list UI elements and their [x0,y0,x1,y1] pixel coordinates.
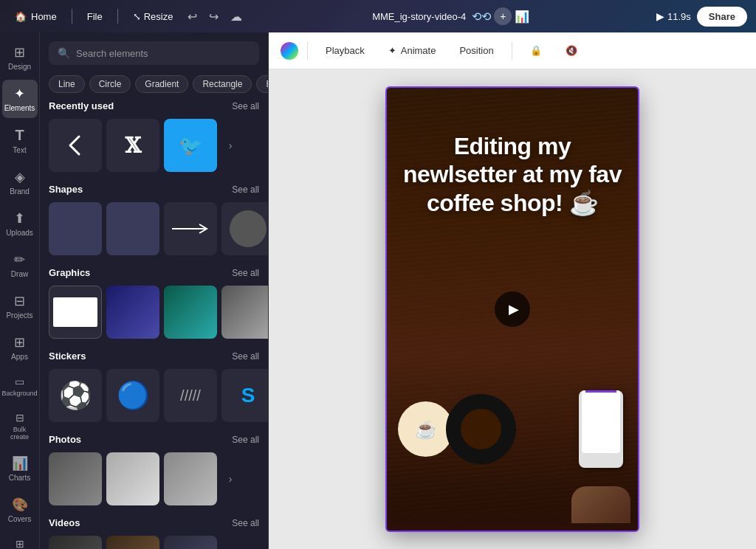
sidebar-label-covers: Covers [8,515,32,523]
sidebar-item-projects[interactable]: ⊟ Projects [2,287,38,325]
sticker-item-3[interactable]: ///// [164,369,217,422]
graphic-item-3[interactable] [164,286,217,339]
lock-icon: 🔒 [530,45,542,56]
photo-item-2[interactable] [106,452,159,505]
bulk-create-icon: ⊟ [16,412,24,424]
tag-bl[interactable]: Bl... [256,75,268,93]
tag-gradient[interactable]: Gradient [135,75,188,93]
elements-icon: ✦ [14,86,25,102]
sidebar-item-line-icons[interactable]: ⊞ Line Icons [2,532,38,549]
tag-rectangle[interactable]: Rectangle [193,75,252,93]
redo-button[interactable]: ↪ [206,7,221,27]
shapes-see-all[interactable]: See all [232,184,259,195]
animate-icon: ✦ [388,45,396,56]
stickers-see-all[interactable]: See all [232,351,259,362]
rounded-rect-shape [114,210,151,247]
videos-see-all[interactable]: See all [232,518,259,528]
graphic-item-2[interactable] [106,286,159,339]
graphic-item-1[interactable] [49,286,102,339]
stats-button[interactable]: 📊 [515,10,529,24]
sidebar-item-uploads[interactable]: ⬆ Uploads [2,204,38,243]
right-area: Playback ✦ Animate Position 🔒 🔇 [269,32,756,549]
sidebar-label-uploads: Uploads [6,229,33,237]
recently-used-scroll-right[interactable]: › [221,119,239,172]
photos-see-all[interactable]: See all [232,435,259,445]
play-overlay-button[interactable]: ▶ [495,291,530,327]
top-navigation: 🏠 Home File ⤡ Resize ↩ ↪ ☁ MME_ig-story-… [0,0,756,32]
recently-used-item-back[interactable] [49,119,102,172]
coffee-cup-item: ☕ [398,401,453,457]
video-item-3[interactable]: 15.s [164,536,217,549]
cloud-save-button[interactable]: ☁ [227,7,245,27]
resize-button[interactable]: ⤡ Resize [127,8,179,25]
lock-button[interactable]: 🔒 [521,41,551,61]
canvas-frame[interactable]: Editing my newlsetter at my fav coffee s… [387,88,638,531]
sidebar-item-design[interactable]: ⊞ Design [2,38,38,77]
recently-used-see-all[interactable]: See all [232,101,259,111]
photo-item-3[interactable] [164,452,217,505]
photo-item-1[interactable] [49,452,102,505]
sidebar-label-draw: Draw [11,270,28,278]
sticker-item-4[interactable]: S [221,369,269,422]
graphics-see-all[interactable]: See all [232,268,259,278]
graphic-white-bar [53,297,97,327]
animate-button[interactable]: ✦ Animate [379,41,445,61]
toolbar-divider-1 [307,42,308,60]
sticker-item-2[interactable]: 🔵 [106,369,159,422]
share-button[interactable]: Share [697,7,747,27]
soccer-ball-sticker: 🔵 [117,380,150,411]
playback-button[interactable]: Playback [317,41,374,61]
videos-row: 14.0s 12.0s 15.s › [49,536,259,549]
graphic-item-4[interactable] [221,286,269,339]
file-menu[interactable]: File [81,8,109,25]
home-button[interactable]: 🏠 Home [9,8,63,25]
video-item-2[interactable]: 12.0s [106,536,159,549]
sticker-item-1[interactable]: ⚽ [49,369,102,422]
shape-rect-item[interactable] [49,202,102,255]
mute-icon: 🔇 [566,45,577,56]
design-icon: ⊞ [14,44,25,61]
sidebar-item-elements[interactable]: ✦ Elements [2,80,38,118]
play-button[interactable]: ▶ [656,10,664,22]
sidebar-item-background[interactable]: ▭ Background [2,370,38,403]
sidebar-label-brand: Brand [10,187,30,196]
coffee-cup-area: ☕ [398,401,453,457]
shape-circle-item[interactable] [221,202,269,255]
covers-icon: 🎨 [12,497,28,513]
tag-circle[interactable]: Circle [89,75,131,93]
video-item-1[interactable]: 14.0s [49,536,102,549]
line-icons-icon: ⊞ [16,538,24,549]
recently-used-title: Recently used [49,100,114,111]
search-input[interactable] [76,48,250,59]
sidebar-item-text[interactable]: T Text [2,121,38,160]
brand-icon: ◈ [15,169,25,185]
shapes-title: Shapes [49,184,83,195]
shapes-section: Shapes See all › [40,184,268,267]
videos-scroll-right[interactable]: › [221,536,239,549]
sidebar-item-charts[interactable]: 📊 Charts [2,449,38,488]
color-swatch[interactable] [281,42,298,60]
sidebar-item-apps[interactable]: ⊞ Apps [2,328,38,367]
mute-button[interactable]: 🔇 [557,41,586,61]
sidebar-item-covers[interactable]: 🎨 Covers [2,491,38,529]
add-button[interactable]: + [494,7,512,25]
shape-arrow-item[interactable] [164,202,217,255]
shape-rounded-item[interactable] [106,202,159,255]
tag-line[interactable]: Line [49,75,85,93]
sidebar-label-charts: Charts [9,474,30,482]
x-logo-icon: 𝕏 [125,134,141,158]
sidebar-item-bulk-create[interactable]: ⊟ Bulk create [2,406,38,446]
sidebar-item-brand[interactable]: ◈ Brand [2,163,38,201]
arrow-shape-icon [168,221,213,236]
photos-scroll-right[interactable]: › [221,452,239,505]
sidebar-item-draw[interactable]: ✏ Draw [2,246,38,284]
recently-used-item-x[interactable]: 𝕏 [106,119,159,172]
sidebar-label-bulk-create: Bulk create [5,426,35,441]
position-button[interactable]: Position [450,41,502,61]
canvas-headline: Editing my newlsetter at my fav coffee s… [402,132,623,217]
sidebar-label-design: Design [8,63,31,71]
hand-shape [571,486,630,523]
undo-button[interactable]: ↩ [185,7,200,27]
canvas-container: Editing my newlsetter at my fav coffee s… [269,69,756,549]
recently-used-item-twitter[interactable]: 🐦 [164,119,217,172]
